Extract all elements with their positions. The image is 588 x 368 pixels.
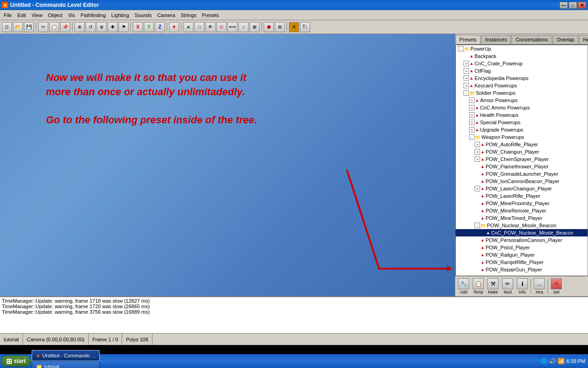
tree-item-laserrifle[interactable]: ▲POW_LaserRifle_Player [456,192,588,200]
axis-y[interactable]: Y [144,22,154,32]
cut-button[interactable]: ✂ [38,22,48,32]
expand-armor[interactable]: + [469,98,475,103]
tab-instances[interactable]: Instances [481,35,511,44]
tool3[interactable]: ⊗ [96,22,107,32]
tree-item-laserchaingun[interactable]: +▲POW_LaserChaingun_Player [456,185,588,192]
tree-item-ioncannonbeacon[interactable]: ▲POW_IonCannonBeacon_Player [456,178,588,185]
tool9[interactable]: 👁 [205,22,215,32]
tree-item-flamethrower[interactable]: ▲POW_Flamethrower_Player [456,163,588,170]
panel-btn-temp[interactable]: 📋Temp [472,278,485,294]
taskbar-item-tutorial[interactable]: 📁tutorial [32,361,100,368]
expand-chemsprayer[interactable]: + [475,156,480,162]
menu-item-presets[interactable]: Presets [199,12,222,19]
tree-item-ctfflag[interactable]: +▲CtfFlag [456,67,588,75]
start-button[interactable]: ⊞ start [1,356,31,367]
tool16[interactable]: ☀ [289,22,299,32]
tree-item-health[interactable]: +▲Health Powerups [456,111,588,119]
tree-item-encyclopedia[interactable]: +▲Encyclopedia Powerups [456,75,588,82]
paste-button[interactable]: 📌 [60,22,70,32]
expand-nuclear-missile[interactable]: - [475,223,480,228]
tool4[interactable]: ✚ [107,22,118,32]
menu-item-sounds[interactable]: Sounds [132,12,154,19]
tree-item-chemsprayer[interactable]: +▲POW_ChemSprayer_Player [456,155,588,163]
tree-item-nuclear-missile[interactable]: -📁POW_Nuclear_Missle_Beacon [456,222,588,229]
axis-x[interactable]: X [133,22,143,32]
tree-item-keycard[interactable]: +▲Keycard Powerups [456,82,588,89]
tab-heightfield[interactable]: Heightfield [579,35,588,44]
copy-button[interactable]: 📋 [49,22,59,32]
menu-item-strings[interactable]: Strings [178,12,199,19]
tree-item-cnc-nuclear[interactable]: ▲CnC_POW_Nuclear_Missle_Beacon [456,229,588,236]
expand-laserchaingun[interactable]: + [475,186,480,191]
panel-btn-info[interactable]: ℹInfo [516,278,529,294]
tree-item-soldier[interactable]: -📁Soldier Powerups [456,89,588,97]
expand-chaingun[interactable]: + [475,149,480,155]
tool10[interactable]: ⊙ [216,22,226,32]
tool5[interactable]: ⚑ [119,22,129,32]
tree-item-repairgun[interactable]: ▲POW_RepairGun_Player [456,266,588,273]
close-button[interactable]: ✕ [578,2,586,9]
tree-item-backpack[interactable]: ▲Backpack [456,52,588,60]
tool6[interactable]: ▼ [169,22,179,32]
viewport[interactable]: Now we will make it so that you can use … [0,34,455,296]
tool12[interactable]: ↕ [238,22,249,32]
menu-item-edit[interactable]: Edit [15,12,29,19]
tool1[interactable]: ⊕ [74,22,85,32]
taskbar-item-untitled-commando...[interactable]: ★Untitled - Commando ... [32,350,100,361]
menu-item-view[interactable]: View [29,12,45,19]
menu-item-camera[interactable]: Camera [154,12,178,19]
save-button[interactable]: 💾 [24,22,34,32]
tree-item-pistol[interactable]: ▲POW_Pistol_Player [456,244,588,251]
menu-item-vis[interactable]: Vis [65,12,78,19]
expand-encyclopedia[interactable]: + [464,75,469,81]
expand-special[interactable]: + [469,120,475,125]
axis-z[interactable]: Z [155,22,165,32]
panel-btn-del[interactable]: ✕Del [550,278,563,294]
expand-cnc-ammo[interactable]: + [469,105,475,110]
tool17[interactable]: T↕ [300,22,310,32]
tree-item-railgun[interactable]: ▲POW_Railgun_Player [456,251,588,259]
open-button[interactable]: 📂 [13,22,23,32]
menu-item-object[interactable]: Object [45,12,65,19]
expand-autorifle[interactable]: + [475,142,480,147]
tab-presets[interactable]: Presets [455,35,481,44]
tree-item-grenadelauncher[interactable]: ▲POW_GrenadeLauncher_Player [456,170,588,178]
tree-item-powerup[interactable]: -📁PowerUp [456,45,588,52]
tree-item-personalion[interactable]: ▲POW_PersonalIonCannon_Player [456,236,588,244]
tree-item-special[interactable]: +▲Special Powerups [456,119,588,126]
expand-powerup[interactable]: - [458,46,464,52]
tree-item-chaingun[interactable]: +▲POW_Chaingun_Player [456,148,588,155]
panel-btn-add[interactable]: 🔧Add [457,278,470,294]
tool11[interactable]: ⟷ [227,22,237,32]
expand-weapon[interactable]: - [469,134,475,140]
expand-soldier[interactable]: - [464,90,469,96]
panel-btn-make[interactable]: ⚒Make [486,278,499,294]
tree-item-cnc-ammo[interactable]: +▲CnC Ammo Powerups [456,104,588,111]
tree-item-minetimed[interactable]: ▲POW_MineTimed_Player [456,214,588,222]
log-area[interactable]: TimeManager::Update: warning, frame 1718… [0,296,588,333]
menu-item-lighting[interactable]: Lighting [108,12,132,19]
tool15[interactable]: ⊞ [275,22,285,32]
tree-item-armor[interactable]: +▲Armor Powerups [456,97,588,104]
tool13[interactable]: ⊠ [249,22,260,32]
tree-item-weapon[interactable]: -📁Weapon Powerups [456,133,588,141]
expand-keycard[interactable]: + [464,83,469,88]
tree-view[interactable]: -📁PowerUp▲Backpack+▲CnC_Crate_Powerup+▲C… [455,45,588,276]
expand-health[interactable]: + [469,112,475,118]
tab-conversations[interactable]: Conversations [511,35,552,44]
tool7[interactable]: ■ [183,22,193,32]
minimize-button[interactable]: — [560,2,568,9]
new-button[interactable]: 🗋 [2,22,12,32]
tree-item-cnc-crate[interactable]: +▲CnC_Crate_Powerup [456,60,588,67]
panel-btn-mod[interactable]: ✏Mod [501,278,514,294]
tab-overlap[interactable]: Overlap [553,35,579,44]
tree-item-mineremote[interactable]: ▲POW_MineRemote_Player [456,207,588,214]
tree-item-ramjetrifle[interactable]: ▲POW_RamjetRifle_Player [456,259,588,266]
menu-item-pathfinding[interactable]: Pathfinding [78,12,108,19]
panel-btn-xtra[interactable]: …Xtra [533,278,546,294]
tree-item-autorifle[interactable]: +▲POW_AutoRifle_Player [456,141,588,148]
tool2[interactable]: ↺ [85,22,96,32]
tabs[interactable]: PresetsInstancesConversationsOverlapHeig… [455,34,588,45]
titlebar-controls[interactable]: — □ ✕ [560,2,586,9]
tool14[interactable]: ⬟ [264,22,274,32]
